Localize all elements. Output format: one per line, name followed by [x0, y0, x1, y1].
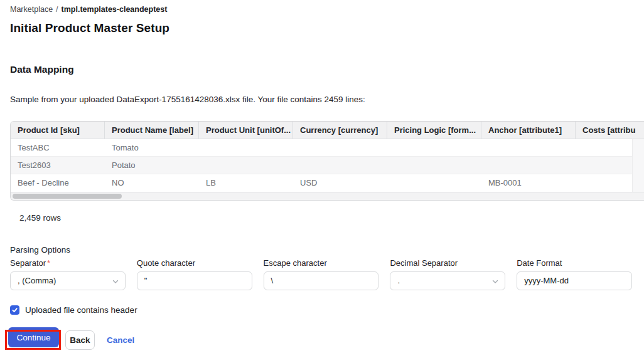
back-button[interactable]: Back: [65, 330, 95, 350]
breadcrumb-marketplace[interactable]: Marketplace: [10, 5, 53, 14]
cancel-link[interactable]: Cancel: [107, 330, 134, 350]
table-cell: [387, 174, 481, 192]
column-header-pricing-logic: Pricing Logic [form...: [387, 122, 481, 139]
table-cell: USD: [293, 174, 387, 192]
chevron-down-icon: [112, 278, 119, 285]
escape-character-field: Escape character \: [264, 258, 379, 290]
escape-character-input[interactable]: \: [264, 271, 379, 290]
date-format-input[interactable]: yyyy-MM-dd: [517, 271, 632, 290]
column-header-product-unit: Product Unit [unitOf...: [199, 122, 293, 139]
table-cell: Beef - Decline: [11, 174, 105, 192]
table-cell: [293, 139, 387, 156]
contains-header-checkbox[interactable]: [10, 305, 19, 315]
contains-header-label: Uploaded file contains header: [25, 305, 137, 315]
column-header-product-id: Product Id [sku]: [11, 122, 105, 139]
table-cell: [293, 157, 387, 174]
table-header-row: Product Id [sku] Product Name [label] Pr…: [11, 122, 644, 139]
breadcrumb-separator: /: [56, 5, 58, 14]
decimal-separator-field: Decimal Separator .: [390, 258, 505, 290]
table-cell: [481, 157, 576, 174]
row-count: 2,459 rows: [19, 213, 61, 223]
date-format-field: Date Format yyyy-MM-dd: [517, 258, 632, 290]
table-cell: NO: [105, 174, 199, 192]
quote-character-field: Quote character ": [137, 258, 252, 290]
table-cell: [481, 139, 576, 156]
separator-field: Separator* , (Comma): [10, 258, 126, 290]
table-cell: MB-0001: [481, 174, 576, 192]
column-header-costs: Costs [attribu: [576, 122, 644, 139]
parsing-options-fields: Separator* , (Comma) Quote character " E…: [10, 258, 632, 290]
column-header-currency: Currency [currency]: [293, 122, 387, 139]
table-cell: Potato: [105, 157, 199, 174]
header-checkbox-row: Uploaded file contains header: [10, 305, 137, 315]
table-scroll-content: Product Id [sku] Product Name [label] Pr…: [11, 122, 644, 192]
table-cell: [387, 157, 481, 174]
horizontal-scrollbar-track[interactable]: [11, 192, 644, 200]
checkmark-icon: [11, 307, 18, 313]
table-cell: [199, 157, 293, 174]
data-preview-table: Product Id [sku] Product Name [label] Pr…: [10, 121, 644, 201]
chevron-down-icon: [491, 278, 499, 285]
table-cell: Test2603: [11, 157, 105, 174]
breadcrumb-current: tmpl.templates-cleandeptest: [62, 5, 168, 14]
separator-value: , (Comma): [18, 276, 56, 285]
vertical-scrollbar-track: [632, 139, 644, 192]
table-row: Beef - Decline NO LB USD MB-0001: [11, 174, 644, 192]
continue-button[interactable]: Continue: [8, 327, 59, 347]
column-header-anchor: Anchor [attribute1]: [481, 122, 576, 139]
parsing-options-heading: Parsing Options: [10, 245, 70, 255]
table-cell: LB: [199, 174, 293, 192]
breadcrumb: Marketplace/tmpl.templates-cleandeptest: [10, 5, 167, 14]
quote-character-input[interactable]: ": [137, 271, 252, 290]
table-cell: Tomato: [105, 139, 199, 156]
column-header-product-name: Product Name [label]: [105, 122, 199, 139]
date-format-label: Date Format: [517, 258, 632, 268]
quote-character-label: Quote character: [137, 258, 252, 268]
decimal-separator-value: .: [397, 276, 400, 285]
required-asterisk: *: [47, 258, 50, 268]
horizontal-scrollbar-thumb[interactable]: [13, 194, 122, 199]
table-row: Test2603 Potato: [11, 157, 644, 174]
separator-label: Separator*: [10, 258, 126, 268]
table-cell: [387, 139, 481, 156]
table-cell: TestABC: [11, 139, 105, 156]
table-row: TestABC Tomato: [11, 139, 644, 157]
table-cell: [199, 139, 293, 156]
escape-character-label: Escape character: [264, 258, 379, 268]
sample-file-description: Sample from your uploaded DataExport-175…: [10, 95, 365, 104]
page-title: Initial Product Master Setup: [10, 21, 169, 35]
decimal-separator-select[interactable]: .: [390, 271, 505, 290]
data-mapping-heading: Data Mapping: [10, 64, 74, 75]
separator-select[interactable]: , (Comma): [10, 271, 126, 290]
decimal-separator-label: Decimal Separator: [390, 258, 505, 268]
